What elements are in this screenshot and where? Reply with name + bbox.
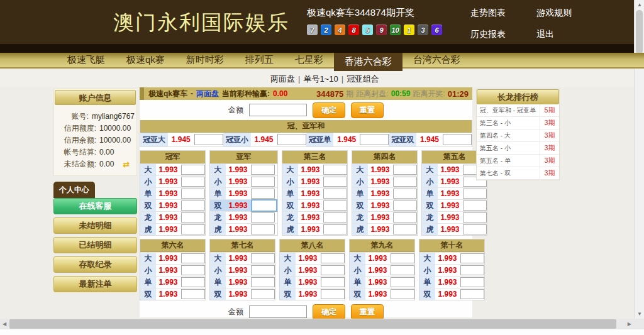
account-field-row: 信用额度:10000.00: [56, 123, 135, 135]
bet-amount-input[interactable]: [463, 224, 487, 234]
bet-amount-input[interactable]: [321, 289, 345, 299]
nav-tab-0[interactable]: 极速飞艇: [57, 53, 116, 67]
scroll-down-icon[interactable]: ▼: [637, 311, 642, 317]
bet-amount-input[interactable]: [323, 189, 347, 199]
close-countdown-value: 00:59: [391, 89, 411, 98]
bet-amount-input[interactable]: [391, 265, 414, 275]
sub-nav-link-2[interactable]: 冠亚组合: [347, 74, 379, 84]
bet-amount-input[interactable]: [391, 277, 414, 287]
header-link-0[interactable]: 走势图表: [470, 8, 536, 19]
streak-ranking-row: 冠、亚军和 - 冠亚单5期: [477, 104, 559, 117]
bet-amount-input[interactable]: [323, 177, 347, 187]
bet-amount-input[interactable]: [393, 224, 417, 234]
bet-amount-input[interactable]: [393, 189, 417, 199]
bet-amount-input[interactable]: [463, 212, 487, 222]
bet-amount-input[interactable]: [181, 165, 205, 175]
refresh-icon[interactable]: ⇄: [123, 158, 130, 170]
sidebar-menu-item-3[interactable]: 存取纪录: [53, 256, 137, 273]
sidebar-menu-item-1[interactable]: 未结明细: [53, 217, 137, 234]
bet-amount-input[interactable]: [251, 199, 277, 212]
bet-amount-input[interactable]: [323, 224, 347, 234]
bet-amount-input[interactable]: [181, 289, 205, 299]
header-link-1[interactable]: 游戏规则: [536, 8, 602, 19]
bet-amount-input[interactable]: [393, 165, 417, 175]
bet-amount-input[interactable]: [460, 265, 484, 275]
nav-tab-3[interactable]: 排列五: [235, 53, 284, 67]
nav-tab-4[interactable]: 七星彩: [284, 53, 334, 67]
sidebar-menu-item-0[interactable]: 在线客服: [53, 198, 137, 214]
bet-option-label: 单: [282, 188, 298, 199]
vertical-scrollbar-thumb[interactable]: [636, 10, 643, 54]
bet-amount-input[interactable]: [391, 289, 414, 299]
amount-input[interactable]: [249, 104, 307, 116]
bet-column: 第九名大1.993小1.993单1.993双1.993: [349, 239, 415, 300]
bet-amount-input[interactable]: [181, 224, 205, 234]
bet-amount-input[interactable]: [251, 189, 275, 199]
scroll-left-icon[interactable]: ◀: [3, 321, 6, 327]
sidebar-menu-item-2[interactable]: 已结明细: [53, 237, 137, 253]
amount-input[interactable]: [249, 305, 307, 318]
personal-center-tab[interactable]: 个人中心: [53, 182, 95, 198]
nav-tab-5[interactable]: 香港六合彩: [334, 53, 402, 71]
bet-option-label: 龙: [210, 212, 226, 223]
bet-amount-input[interactable]: [181, 277, 205, 287]
reset-button[interactable]: 重置: [351, 304, 384, 320]
confirm-button[interactable]: 确定: [313, 102, 345, 118]
vertical-scrollbar[interactable]: ▲ ▼: [634, 0, 644, 319]
bet-amount-input[interactable]: [393, 177, 417, 187]
bet-amount-input[interactable]: [251, 253, 275, 263]
sub-nav-link-1[interactable]: 单号1~10: [303, 74, 338, 84]
bet-amount-input[interactable]: [463, 189, 487, 199]
account-field-label: 信用额度:: [56, 123, 96, 135]
reset-button[interactable]: 重置: [351, 102, 384, 118]
bet-amount-input[interactable]: [181, 189, 205, 199]
bet-cell: 双1.993: [350, 288, 414, 300]
bet-amount-input[interactable]: [323, 200, 347, 211]
bet-amount-input[interactable]: [460, 277, 484, 287]
nav-tab-2[interactable]: 新时时彩: [175, 53, 235, 67]
bet-amount-input[interactable]: [181, 200, 205, 211]
bet-amount-input[interactable]: [321, 253, 345, 263]
sub-nav-link-0[interactable]: 两面盘: [270, 74, 295, 84]
bet-amount-input[interactable]: [251, 212, 275, 222]
confirm-button[interactable]: 确定: [313, 304, 345, 320]
sum-bet-input[interactable]: [443, 134, 472, 145]
nav-tab-6[interactable]: 台湾六合彩: [402, 53, 471, 67]
header-link-2[interactable]: 历史报表: [470, 29, 536, 40]
bet-amount-input[interactable]: [181, 253, 205, 263]
bet-amount-input[interactable]: [323, 165, 347, 175]
bet-amount-input[interactable]: [181, 265, 205, 275]
scroll-up-icon[interactable]: ▲: [637, 2, 642, 8]
bet-amount-input[interactable]: [321, 265, 345, 275]
bet-amount-input[interactable]: [393, 212, 417, 222]
bet-amount-input[interactable]: [181, 177, 205, 187]
bet-amount-input[interactable]: [251, 224, 275, 234]
nav-tab-1[interactable]: 极速qk赛: [116, 53, 175, 67]
bet-amount-input[interactable]: [251, 177, 275, 187]
header-link-3[interactable]: 退出: [536, 29, 602, 40]
bet-amount-input[interactable]: [463, 200, 487, 211]
bet-odds: 1.993: [296, 278, 320, 287]
sum-bet-input[interactable]: [360, 134, 389, 145]
bet-amount-input[interactable]: [251, 277, 275, 287]
bet-amount-input[interactable]: [321, 277, 345, 287]
bet-odds: 1.993: [438, 213, 462, 222]
bet-cell: 双1.993: [280, 288, 345, 300]
sidebar-menu-item-4[interactable]: 最新注单: [53, 276, 137, 292]
bet-amount-input[interactable]: [251, 165, 275, 175]
sum-bet-input[interactable]: [277, 134, 306, 145]
horizontal-scrollbar-thumb[interactable]: [9, 319, 616, 329]
bet-amount-input[interactable]: [181, 212, 205, 222]
scroll-right-icon[interactable]: ▶: [628, 321, 631, 327]
bet-amount-input[interactable]: [251, 265, 275, 275]
bet-amount-input[interactable]: [393, 200, 417, 211]
sum-bet-input[interactable]: [194, 134, 223, 145]
bet-amount-input[interactable]: [391, 253, 414, 263]
bet-amount-input[interactable]: [323, 212, 347, 222]
bet-amount-input[interactable]: [251, 289, 275, 299]
draw-info: 极速qk赛车344874期开奖 72485910136: [307, 7, 442, 35]
bet-amount-input[interactable]: [460, 253, 484, 263]
streak-ranking-row: 第五名 - 单3期: [477, 155, 559, 167]
horizontal-scrollbar[interactable]: ◀ ▶: [0, 319, 634, 329]
bet-amount-input[interactable]: [460, 289, 484, 299]
